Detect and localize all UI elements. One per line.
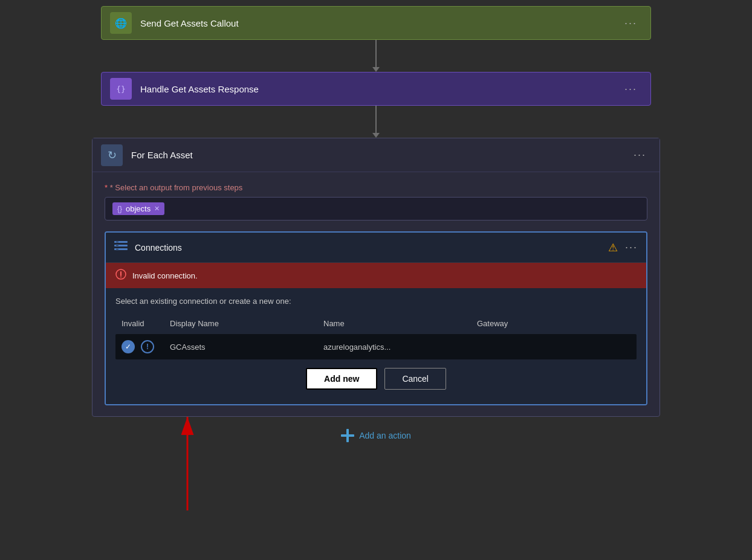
svg-rect-4	[116, 245, 118, 246]
send-callout-title: Send Get Assets Callout	[140, 18, 620, 28]
error-text: Invalid connection.	[132, 271, 198, 280]
foreach-title: For Each Asset	[131, 150, 629, 160]
add-new-button[interactable]: Add new	[306, 368, 377, 390]
connections-body: Select an existing connection or create …	[106, 288, 646, 404]
connections-panel: Connections ⚠ ··· Invalid connection.	[105, 231, 647, 405]
handle-response-node[interactable]: Handle Get Assets Response ···	[101, 72, 651, 106]
check-selected-icon: ✓	[122, 340, 135, 353]
foreach-icon	[101, 144, 123, 166]
connections-more[interactable]: ···	[625, 241, 638, 254]
col-display-name: Display Name	[170, 319, 323, 328]
table-row[interactable]: ✓ ! GCAssets azureloganalytics...	[115, 334, 637, 359]
cancel-button[interactable]: Cancel	[384, 368, 446, 390]
connections-icon	[114, 241, 128, 254]
hint-text: Select an existing connection or create …	[115, 297, 637, 306]
svg-point-8	[120, 277, 122, 278]
svg-rect-10	[346, 429, 349, 442]
foreach-more[interactable]: ···	[629, 146, 651, 164]
output-input-field[interactable]: {} objects ✕	[105, 197, 647, 220]
warning-icon: ⚠	[608, 241, 618, 254]
field-label: * * Select an output from previous steps	[105, 183, 647, 192]
tag-brace-icon: {}	[117, 205, 122, 213]
foreach-header[interactable]: For Each Asset ···	[92, 138, 660, 172]
send-callout-icon: 🌐	[110, 12, 132, 34]
add-action-container[interactable]: Add an action	[341, 429, 411, 442]
connections-header: Connections ⚠ ···	[106, 233, 646, 263]
handle-response-icon	[110, 78, 132, 100]
table-header: Invalid Display Name Name Gateway	[115, 315, 637, 332]
error-banner: Invalid connection.	[106, 263, 646, 288]
svg-rect-3	[116, 242, 118, 242]
col-invalid: Invalid	[122, 319, 170, 328]
cell-display-name: GCAssets	[170, 343, 323, 352]
cell-invalid: ✓ !	[122, 340, 170, 353]
warning-circle-icon: !	[141, 340, 154, 353]
workflow-canvas: 🌐 Send Get Assets Callout ··· Handle Get…	[0, 0, 752, 560]
tag-text: objects	[126, 204, 151, 213]
connections-title: Connections	[135, 243, 608, 253]
svg-rect-5	[116, 249, 118, 249]
tag-close-icon[interactable]: ✕	[154, 205, 160, 213]
connector-2	[375, 106, 377, 133]
send-callout-node[interactable]: 🌐 Send Get Assets Callout ···	[101, 6, 651, 40]
foreach-body: * * Select an output from previous steps…	[92, 172, 660, 416]
cell-name: azureloganalytics...	[323, 343, 477, 352]
actions-row: Add new Cancel	[115, 359, 637, 396]
required-star: *	[105, 183, 110, 192]
handle-response-title: Handle Get Assets Response	[140, 84, 620, 94]
send-callout-more[interactable]: ···	[620, 14, 642, 32]
foreach-container: For Each Asset ··· * * Select an output …	[92, 138, 660, 417]
handle-response-more[interactable]: ···	[620, 80, 642, 98]
error-circle-icon	[115, 269, 126, 282]
objects-tag[interactable]: {} objects ✕	[112, 202, 164, 215]
add-action-label: Add an action	[359, 431, 411, 440]
add-action-icon	[341, 429, 354, 442]
col-name: Name	[323, 319, 477, 328]
col-gateway: Gateway	[477, 319, 630, 328]
connector-1	[375, 40, 377, 67]
